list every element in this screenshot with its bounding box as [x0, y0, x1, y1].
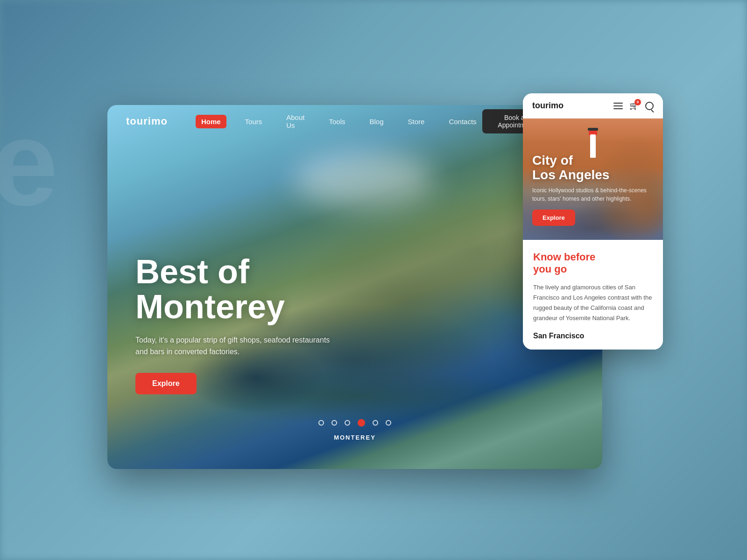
mobile-section-title: Know before you go	[533, 251, 653, 276]
slide-dot-6[interactable]	[386, 420, 391, 426]
mobile-cart-badge: 0	[634, 99, 641, 105]
hero-fog-overlay	[294, 152, 434, 208]
mobile-navbar: tourimo 0	[523, 93, 663, 119]
hero-title: Best of Monterey	[135, 254, 341, 325]
mobile-cart-button[interactable]: 0	[629, 101, 639, 111]
mobile-search-icon[interactable]	[645, 102, 654, 110]
nav-link-store[interactable]: Store	[402, 115, 430, 128]
background-decorative-text: e	[0, 93, 54, 233]
mobile-hero: City of Los Angeles Iconic Hollywood stu…	[523, 119, 663, 240]
nav-link-about[interactable]: About Us	[281, 111, 310, 132]
mobile-explore-button[interactable]: Explore	[532, 210, 575, 226]
slide-location-label: MONTEREY	[334, 434, 376, 441]
slide-dot-4-active[interactable]	[358, 419, 365, 427]
mobile-section-text: The lively and glamorous cities of San F…	[533, 282, 653, 323]
nav-link-blog[interactable]: Blog	[364, 115, 389, 128]
slide-dot-3[interactable]	[345, 420, 350, 426]
mobile-hero-content: City of Los Angeles Iconic Hollywood stu…	[532, 154, 654, 226]
lighthouse-decoration	[588, 128, 598, 158]
mobile-hero-title: City of Los Angeles	[532, 154, 654, 182]
dots-row	[318, 419, 391, 427]
desktop-logo: tourimo	[126, 115, 168, 127]
slide-dot-5[interactable]	[373, 420, 378, 426]
nav-link-home[interactable]: Home	[196, 115, 226, 128]
mobile-hero-description: Iconic Hollywood studios & behind-the-sc…	[532, 186, 654, 203]
mobile-city-name: San Francisco	[533, 332, 584, 340]
mobile-logo: tourimo	[532, 101, 564, 111]
mobile-card: tourimo 0	[523, 93, 663, 350]
hero-subtitle: Today, it's a popular strip of gift shop…	[135, 334, 341, 358]
nav-link-tools[interactable]: Tools	[323, 115, 351, 128]
nav-link-tours[interactable]: Tours	[240, 115, 268, 128]
nav-link-contacts[interactable]: Contacts	[443, 115, 482, 128]
hamburger-icon[interactable]	[613, 103, 623, 109]
hero-content: Best of Monterey Today, it's a popular s…	[135, 254, 341, 394]
slide-dot-1[interactable]	[318, 420, 324, 426]
slide-pagination: MONTEREY	[318, 419, 391, 441]
nav-links: Home Tours About Us Tools Blog Store Con…	[196, 111, 482, 132]
mobile-nav-icons: 0	[613, 101, 654, 111]
slide-dot-2[interactable]	[331, 420, 337, 426]
mobile-bottom-section: Know before you go The lively and glamor…	[523, 240, 663, 350]
hero-explore-button[interactable]: Explore	[135, 373, 197, 394]
